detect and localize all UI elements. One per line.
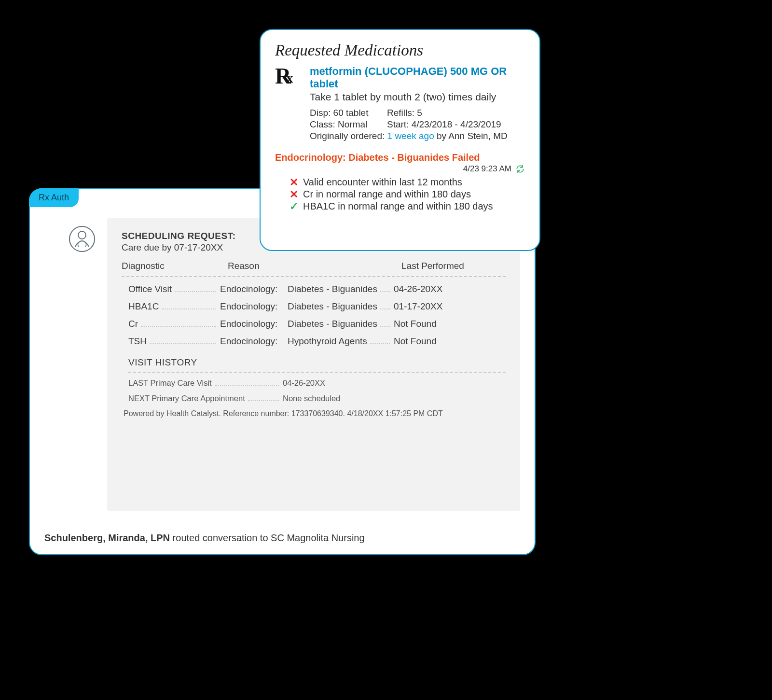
dot-leader xyxy=(380,326,390,327)
table-row: TSH Endocinology: Hypothyroid Agents Not… xyxy=(128,336,506,347)
validation-item: ✕ Valid encounter within last 12 months xyxy=(290,177,525,188)
x-icon: ✕ xyxy=(290,189,298,200)
dot-leader xyxy=(141,326,216,327)
med-disp: Disp: 60 tablet xyxy=(310,108,387,118)
alert-failed: Endocrinology: Diabetes - Biguanides Fai… xyxy=(275,152,525,163)
dot-leader xyxy=(215,385,279,386)
dot-leader xyxy=(380,291,390,292)
divider xyxy=(122,276,506,277)
tab-rx-auth[interactable]: Rx Auth xyxy=(29,188,79,207)
dot-leader xyxy=(150,343,216,344)
routing-user: Schulenberg, Miranda, LPN xyxy=(44,532,170,543)
validation-list: ✕ Valid encounter within last 12 months … xyxy=(275,177,525,212)
med-class: Class: Normal xyxy=(310,119,387,130)
rx-icon: Rx xyxy=(275,65,300,87)
divider xyxy=(128,372,506,373)
table-header: Diagnostic Reason Last Performed xyxy=(122,261,506,271)
requested-medications-popover: Requested Medications Rx metformin (CLUC… xyxy=(260,29,540,251)
cell-reason-2: Diabetes - Biguanides xyxy=(288,284,377,294)
cell-diag: TSH xyxy=(128,336,147,347)
table-row: Cr Endocinology: Diabetes - Biguanides N… xyxy=(128,319,506,329)
alert-timestamp: 4/23 9:23 AM xyxy=(463,164,511,174)
cell-reason-1: Endocinology: xyxy=(220,336,288,347)
diagnostic-table: Office Visit Endocinology: Diabetes - Bi… xyxy=(122,284,506,347)
dot-leader xyxy=(162,308,216,309)
cell-diag: HBA1C xyxy=(128,301,159,312)
cell-reason-2: Hypothyroid Agents xyxy=(288,336,367,347)
med-refills: Refills: 5 xyxy=(387,108,525,118)
col-reason: Reason xyxy=(208,261,401,271)
visit-value: 04-26-20XX xyxy=(283,378,325,388)
visit-label: NEXT Primary Care Appointment xyxy=(128,394,245,403)
x-icon: ✕ xyxy=(290,177,298,188)
dot-leader xyxy=(248,400,279,401)
avatar xyxy=(69,225,96,252)
cell-reason-2: Diabetes - Biguanides xyxy=(288,319,377,329)
validation-item: ✓ HBA1C in normal range and within 180 d… xyxy=(290,201,525,212)
cell-reason-1: Endocinology: xyxy=(220,319,288,329)
visit-row: NEXT Primary Care Appointment None sched… xyxy=(122,394,506,404)
dot-leader xyxy=(380,308,390,309)
refresh-icon[interactable] xyxy=(515,164,525,174)
popover-title: Requested Medications xyxy=(275,42,525,59)
dot-leader xyxy=(175,291,216,292)
cell-reason-1: Endocinology: xyxy=(220,301,288,312)
cell-reason-1: Endocinology: xyxy=(220,284,288,294)
validation-item: ✕ Cr in normal range and within 180 days xyxy=(290,189,525,200)
med-originally-ordered: Originally ordered: 1 week ago by Ann St… xyxy=(310,131,525,141)
medication-instructions: Take 1 tablet by mouth 2 (two) times dai… xyxy=(310,91,525,103)
medication-name[interactable]: metformin (CLUCOPHAGE) 500 MG OR tablet xyxy=(310,65,525,90)
visit-row: LAST Primay Care Visit 04-26-20XX xyxy=(122,378,506,388)
cell-diag: Office Visit xyxy=(128,284,172,294)
med-start: Start: 4/23/2018 - 4/23/2019 xyxy=(387,119,525,130)
visit-value: None scheduled xyxy=(283,394,340,403)
routing-message: Schulenberg, Miranda, LPN routed convers… xyxy=(44,532,520,544)
svg-point-1 xyxy=(78,231,86,239)
col-last-performed: Last Performed xyxy=(401,261,506,271)
dot-leader xyxy=(370,343,390,344)
cell-last: 04-26-20XX xyxy=(394,284,442,294)
check-icon: ✓ xyxy=(290,201,298,212)
table-row: Office Visit Endocinology: Diabetes - Bi… xyxy=(128,284,506,294)
cell-diag: Cr xyxy=(128,319,138,329)
cell-last: 01-17-20XX xyxy=(394,301,442,312)
validation-text: Cr in normal range and within 180 days xyxy=(303,189,471,200)
cell-last: Not Found xyxy=(394,336,437,347)
table-row: HBA1C Endocinology: Diabetes - Biguanide… xyxy=(128,301,506,312)
cell-last: Not Found xyxy=(394,319,437,329)
col-diagnostic: Diagnostic xyxy=(122,261,208,271)
footer-reference: Powered by Health Catalyst. Reference nu… xyxy=(122,409,506,418)
routing-text: routed conversation to SC Magnolita Nurs… xyxy=(170,532,365,543)
scheduling-box: SCHEDULING REQUEST: Care due by 07-17-20… xyxy=(107,218,520,511)
validation-text: HBA1C in normal range and within 180 day… xyxy=(303,201,493,212)
validation-text: Valid encounter within last 12 months xyxy=(303,177,462,188)
visit-label: LAST Primay Care Visit xyxy=(128,378,212,388)
cell-reason-2: Diabetes - Biguanides xyxy=(288,301,377,312)
visit-history-heading: VISIT HISTORY xyxy=(122,357,506,368)
